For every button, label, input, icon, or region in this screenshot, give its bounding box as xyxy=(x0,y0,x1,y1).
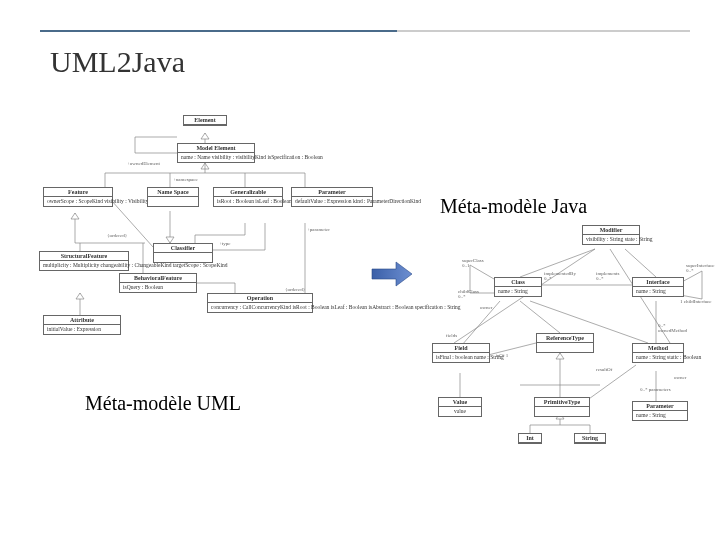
java-ownedmethod: 0..* ownedMethod xyxy=(658,323,687,333)
java-resultof: resultOf xyxy=(596,367,612,372)
uml-parameter-role: +parameter xyxy=(307,227,330,232)
svg-marker-28 xyxy=(372,262,412,286)
java-field-attrs: isFinal : boolean name : String xyxy=(433,353,489,362)
java-method-attrs: name : String static : Boolean xyxy=(633,353,683,362)
java-parameter: Parameter xyxy=(633,402,687,411)
java-metamodel-diagram: Modifier visibility : String state : Str… xyxy=(410,225,710,450)
java-isof: isOf 1 xyxy=(496,353,508,358)
java-value: Value xyxy=(439,398,481,407)
uml-behavioral: BehavioralFeature xyxy=(120,274,196,283)
uml-behavioral-attrs: isQuery : Boolean xyxy=(120,283,196,292)
java-modifier: Modifier xyxy=(583,226,639,235)
uml-ordered2: {ordered} xyxy=(285,287,305,292)
label-java: Méta-modèle Java xyxy=(440,195,587,218)
java-method: Method xyxy=(633,344,683,353)
java-owner: owner xyxy=(480,305,493,310)
uml-generalizable-attrs: isRoot : Boolean isLeaf : Boolean isAbst… xyxy=(214,197,282,206)
java-class: Class xyxy=(495,278,541,287)
transform-arrow-icon xyxy=(370,260,414,288)
page-title: UML2Java xyxy=(50,45,185,79)
uml-attribute-attrs: initialValue : Expression xyxy=(44,325,120,334)
svg-line-27 xyxy=(111,200,153,247)
java-childinterface: 1 childInterface xyxy=(680,299,712,304)
java-primitivetype: PrimitiveType xyxy=(535,398,589,407)
uml-feature: Feature xyxy=(44,188,112,197)
java-owner2: owner xyxy=(674,375,687,380)
java-parameters: 0..* parameters xyxy=(640,387,671,392)
java-interface-attrs: name : String xyxy=(633,287,683,296)
java-implementedby: implementedBy 0..* xyxy=(544,271,576,281)
label-uml: Méta-modèle UML xyxy=(85,392,241,415)
uml-feature-attrs: ownerScope : ScopeKind visibility : Visi… xyxy=(44,197,112,206)
java-superinterface: superInterface 0..* xyxy=(686,263,715,273)
uml-ordered1: {ordered} xyxy=(107,233,127,238)
uml-generalizable: Generalizable xyxy=(214,188,282,197)
svg-marker-41 xyxy=(556,353,564,359)
uml-structural: StructuralFeature xyxy=(40,252,128,261)
java-superclass: superClass 0..1 xyxy=(462,258,484,268)
uml-attribute: Attribute xyxy=(44,316,120,325)
svg-line-33 xyxy=(520,301,560,333)
svg-line-30 xyxy=(625,249,656,277)
uml-modelelement: Model Element xyxy=(178,144,254,153)
java-parameter-attrs: name : String xyxy=(633,411,687,420)
uml-namespace-role: +namespace xyxy=(173,177,198,182)
java-string: String xyxy=(575,434,605,443)
svg-marker-1 xyxy=(201,133,209,139)
svg-marker-18 xyxy=(71,213,79,219)
uml-ownedelement: +ownedElement xyxy=(127,161,160,166)
java-field: Field xyxy=(433,344,489,353)
uml-operation: Operation xyxy=(208,294,312,303)
uml-parameter-attrs: defaultValue : Expression kind : Paramet… xyxy=(292,197,372,206)
uml-type-role: +type xyxy=(219,241,230,246)
uml-modelelement-attrs: name : Name visibility : visibilityKind … xyxy=(178,153,254,162)
uml-classifier: Classifier xyxy=(154,244,212,253)
java-referencetype: ReferenceType xyxy=(537,334,593,343)
uml-parameter: Parameter xyxy=(292,188,372,197)
java-int: Int xyxy=(519,434,541,443)
title-rule xyxy=(40,30,690,32)
java-interface: Interface xyxy=(633,278,683,287)
java-implements: implements 0..* xyxy=(596,271,619,281)
java-fields: fields xyxy=(446,333,457,338)
uml-element: Element xyxy=(184,116,226,125)
uml-namespace: Name Space xyxy=(148,188,198,197)
uml-metamodel-diagram: Element Model Element name : Name visibi… xyxy=(35,115,375,370)
uml-structural-attrs: multiplicity : Multiplicity changeabilit… xyxy=(40,261,128,270)
svg-marker-7 xyxy=(201,163,209,169)
java-value-attrs: value xyxy=(439,407,481,416)
svg-marker-26 xyxy=(76,293,84,299)
java-modifier-attrs: visibility : String state : String xyxy=(583,235,639,244)
java-childclass: childClass 0..* xyxy=(458,289,479,299)
java-class-attrs: name : String xyxy=(495,287,541,296)
uml-operation-attrs: concurrency : CallConcurrencyKind isRoot… xyxy=(208,303,312,312)
